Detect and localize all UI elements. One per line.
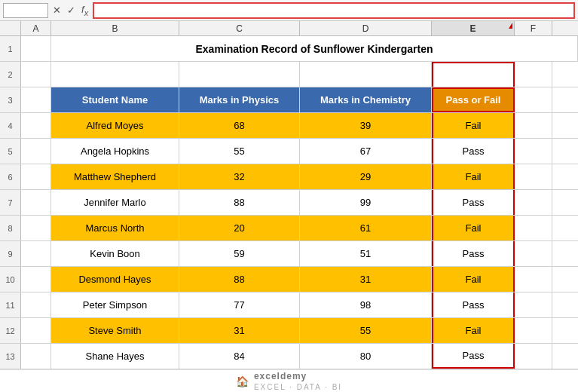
col-header-a[interactable]: A xyxy=(21,21,51,35)
title-cell: Examination Record of Sunflower Kinderga… xyxy=(51,36,578,61)
row-num-7: 7 xyxy=(0,190,21,215)
red-arrow-icon xyxy=(509,23,512,29)
watermark-site: 🏠 exceldemy EXCEL · DATA · BI xyxy=(236,371,342,392)
cell-chemistry-8[interactable]: 61 xyxy=(300,216,432,240)
cell-physics-6[interactable]: 32 xyxy=(179,164,300,189)
col-header-e[interactable]: E xyxy=(432,21,515,35)
col-header-f[interactable]: F xyxy=(515,21,552,35)
cell-f7[interactable] xyxy=(515,190,552,215)
cell-physics-13[interactable]: 84 xyxy=(179,344,300,369)
cell-physics-11[interactable]: 77 xyxy=(179,292,300,317)
cell-name-5[interactable]: Angela Hopkins xyxy=(51,139,179,164)
cell-a1[interactable] xyxy=(21,36,51,61)
cell-name-4[interactable]: Alfred Moyes xyxy=(51,113,179,138)
cell-d2[interactable] xyxy=(300,62,432,87)
cell-name-9[interactable]: Kevin Boon xyxy=(51,241,179,266)
cell-f5[interactable] xyxy=(515,139,552,164)
cell-chemistry-5[interactable]: 67 xyxy=(300,139,432,164)
cancel-icon[interactable]: ✕ xyxy=(51,5,63,16)
cell-name-10[interactable]: Desmond Hayes xyxy=(51,267,179,292)
cell-name-11[interactable]: Peter Simpson xyxy=(51,292,179,317)
row-num-3: 3 xyxy=(0,87,21,112)
cell-result-13[interactable]: Pass xyxy=(432,344,515,369)
cell-result-12[interactable]: Fail xyxy=(432,318,515,343)
cell-result-11[interactable]: Pass xyxy=(432,292,515,317)
header-pass-fail: Pass or Fail xyxy=(432,87,515,112)
cell-physics-8[interactable]: 20 xyxy=(179,216,300,240)
cell-name-8[interactable]: Marcus North xyxy=(51,216,179,240)
cell-b2[interactable] xyxy=(51,62,179,87)
cell-result-8[interactable]: Fail xyxy=(432,216,515,240)
cell-f2[interactable] xyxy=(515,62,552,87)
header-chemistry: Marks in Chemistry xyxy=(300,87,432,112)
watermark-site-name: exceldemy xyxy=(254,371,307,381)
cell-a5[interactable] xyxy=(21,139,51,164)
cell-result-4[interactable]: Fail xyxy=(432,113,515,138)
cell-physics-4[interactable]: 68 xyxy=(179,113,300,138)
cell-physics-7[interactable]: 88 xyxy=(179,190,300,215)
col-header-d[interactable]: D xyxy=(300,21,432,35)
cell-a12[interactable] xyxy=(21,318,51,343)
cell-f3[interactable] xyxy=(515,87,552,112)
cell-name-13[interactable]: Shane Hayes xyxy=(51,344,179,369)
cell-c2[interactable] xyxy=(179,62,300,87)
cell-name-7[interactable]: Jennifer Marlo xyxy=(51,190,179,215)
row-num-13: 13 xyxy=(0,344,21,369)
cell-chemistry-10[interactable]: 31 xyxy=(300,267,432,292)
cell-chemistry-9[interactable]: 51 xyxy=(300,241,432,266)
row-2: 2 xyxy=(0,62,578,87)
cell-physics-5[interactable]: 55 xyxy=(179,139,300,164)
cell-result-7[interactable]: Pass xyxy=(432,190,515,215)
cell-f10[interactable] xyxy=(515,267,552,292)
cell-chemistry-7[interactable]: 99 xyxy=(300,190,432,215)
watermark-area: 🏠 exceldemy EXCEL · DATA · BI xyxy=(0,369,578,392)
cell-chemistry-6[interactable]: 29 xyxy=(300,164,432,189)
cell-result-5[interactable]: Pass xyxy=(432,139,515,164)
cell-e2[interactable] xyxy=(432,62,515,87)
cell-a8[interactable] xyxy=(21,216,51,240)
cell-f9[interactable] xyxy=(515,241,552,266)
cell-physics-12[interactable]: 31 xyxy=(179,318,300,343)
cell-a6[interactable] xyxy=(21,164,51,189)
cell-a10[interactable] xyxy=(21,267,51,292)
cell-f11[interactable] xyxy=(515,292,552,317)
header-pass-fail-label: Pass or Fail xyxy=(446,94,501,106)
cell-a11[interactable] xyxy=(21,292,51,317)
table-row: 7 Jennifer Marlo 88 99 Pass xyxy=(0,190,578,216)
cell-physics-10[interactable]: 88 xyxy=(179,267,300,292)
insert-function-icon[interactable]: fx xyxy=(80,4,90,17)
table-row: 5 Angela Hopkins 55 67 Pass xyxy=(0,139,578,164)
cell-chemistry-13[interactable]: 80 xyxy=(300,344,432,369)
row-num-8: 8 xyxy=(0,216,21,240)
header-chemistry-label: Marks in Chemistry xyxy=(320,94,411,106)
cell-a2[interactable] xyxy=(21,62,51,87)
cell-f12[interactable] xyxy=(515,318,552,343)
cell-a7[interactable] xyxy=(21,190,51,215)
col-header-c[interactable]: C xyxy=(179,21,300,35)
cell-name-6[interactable]: Matthew Shepherd xyxy=(51,164,179,189)
cell-result-9[interactable]: Pass xyxy=(432,241,515,266)
cell-a3[interactable] xyxy=(21,87,51,112)
cell-a4[interactable] xyxy=(21,113,51,138)
cell-result-6[interactable]: Fail xyxy=(432,164,515,189)
cell-physics-9[interactable]: 59 xyxy=(179,241,300,266)
cell-chemistry-4[interactable]: 39 xyxy=(300,113,432,138)
row-3-headers: 3 Student Name Marks in Physics Marks in… xyxy=(0,87,578,113)
row-num-6: 6 xyxy=(0,164,21,189)
cell-chemistry-11[interactable]: 98 xyxy=(300,292,432,317)
spreadsheet-title: Examination Record of Sunflower Kinderga… xyxy=(195,43,433,55)
cell-result-10[interactable]: Fail xyxy=(432,267,515,292)
cell-a9[interactable] xyxy=(21,241,51,266)
cell-name-12[interactable]: Steve Smith xyxy=(51,318,179,343)
header-student-name: Student Name xyxy=(51,87,179,112)
cell-f6[interactable] xyxy=(515,164,552,189)
confirm-icon[interactable]: ✓ xyxy=(66,5,77,16)
formula-input[interactable]: =IFS(C4<40,"Fail",D4<40,"Fail",TRUE,"Pas… xyxy=(93,2,575,19)
cell-f13[interactable] xyxy=(515,344,552,369)
col-header-b[interactable]: B xyxy=(51,21,179,35)
cell-a13[interactable] xyxy=(21,344,51,369)
cell-chemistry-12[interactable]: 55 xyxy=(300,318,432,343)
cell-reference-box[interactable]: E4 xyxy=(3,3,48,18)
cell-f4[interactable] xyxy=(515,113,552,138)
cell-f8[interactable] xyxy=(515,216,552,240)
